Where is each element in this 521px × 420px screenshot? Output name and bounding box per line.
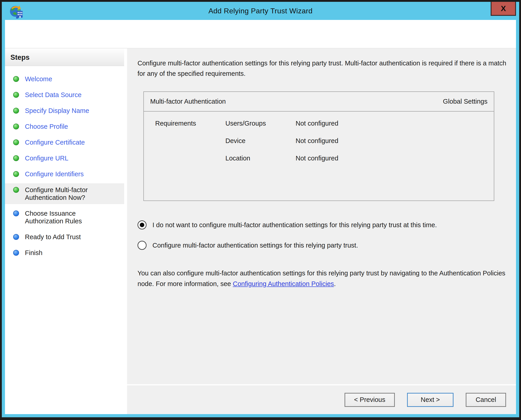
step-done-icon (13, 92, 19, 98)
requirement-value: Not configured (295, 120, 494, 127)
wizard-header-band (5, 20, 516, 48)
footnote-after: . (334, 280, 336, 287)
mfa-option-group: I do not want to configure multi-factor … (138, 220, 509, 250)
mfa-table-body: Requirements Users/Groups Not configured… (144, 112, 494, 201)
global-settings-label: Global Settings (443, 98, 488, 105)
step-done-icon (13, 155, 19, 161)
step-done-icon (13, 124, 19, 129)
wizard-dialog: Steps Welcome Select Data Source Specify… (5, 20, 516, 414)
step-done-icon (13, 139, 19, 145)
step-pending-icon (13, 210, 19, 216)
requirement-value: Not configured (295, 137, 494, 145)
sidebar-item-configure-identifiers[interactable]: Configure Identifiers (5, 167, 124, 180)
option-do-not-configure-mfa[interactable]: I do not want to configure multi-factor … (138, 220, 509, 229)
sidebar-item-configure-certificate[interactable]: Configure Certificate (5, 136, 124, 149)
sidebar-item-ready-to-add-trust: Ready to Add Trust (5, 230, 124, 243)
mfa-table-title: Multi-factor Authentication (150, 98, 226, 105)
mfa-settings-table: Multi-factor Authentication Global Setti… (143, 91, 494, 201)
close-icon: X (501, 4, 506, 13)
requirement-name: Location (226, 155, 295, 162)
spacer-cell (155, 155, 226, 162)
radio-selected-icon[interactable] (138, 220, 147, 229)
requirement-name: Device (226, 137, 295, 145)
window-title: Add Relying Party Trust Wizard (208, 7, 313, 15)
wizard-main: Steps Welcome Select Data Source Specify… (5, 48, 516, 414)
wizard-footer: < Previous Next > Cancel (127, 384, 516, 414)
requirements-label: Requirements (155, 120, 226, 127)
sidebar-item-choose-issuance-authorization-rules: Choose Issuance Authorization Rules (5, 207, 124, 228)
close-button[interactable]: X (491, 2, 516, 16)
sidebar-item-configure-mfa-now: Configure Multi-factor Authentication No… (5, 183, 124, 204)
configuring-authentication-policies-link[interactable]: Configuring Authentication Policies (233, 280, 334, 287)
steps-sidebar: Steps Welcome Select Data Source Specify… (5, 48, 124, 414)
sidebar-item-choose-profile[interactable]: Choose Profile (5, 120, 124, 133)
requirement-name: Users/Groups (226, 120, 295, 127)
step-done-icon (13, 76, 19, 82)
wizard-window: Add Relying Party Trust Wizard X Steps W… (2, 2, 519, 417)
step-done-icon (13, 108, 19, 114)
step-pending-icon (13, 250, 19, 256)
sidebar-item-configure-url[interactable]: Configure URL (5, 152, 124, 165)
option-label: I do not want to configure multi-factor … (152, 221, 437, 229)
steps-list: Welcome Select Data Source Specify Displ… (5, 72, 124, 259)
next-button[interactable]: Next > (407, 393, 453, 407)
option-label: Configure multi-factor authentication se… (152, 242, 358, 249)
content-pane: Configure multi-factor authentication se… (127, 48, 516, 414)
intro-text: Configure multi-factor authentication se… (138, 58, 509, 79)
sidebar-item-welcome[interactable]: Welcome (5, 72, 124, 86)
sidebar-item-finish: Finish (5, 246, 124, 259)
window-frame: Add Relying Party Trust Wizard X Steps W… (0, 0, 521, 420)
spacer-cell (155, 137, 226, 145)
previous-button[interactable]: < Previous (344, 393, 395, 407)
mfa-table-header: Multi-factor Authentication Global Setti… (144, 92, 494, 112)
radio-unselected-icon[interactable] (138, 241, 147, 250)
footnote-text: You can also configure multi-factor auth… (138, 268, 509, 289)
adfs-globe-icon (9, 4, 25, 20)
step-done-icon (13, 187, 19, 193)
option-configure-mfa[interactable]: Configure multi-factor authentication se… (138, 241, 509, 250)
sidebar-item-specify-display-name[interactable]: Specify Display Name (5, 104, 124, 117)
sidebar-item-select-data-source[interactable]: Select Data Source (5, 88, 124, 101)
titlebar: Add Relying Party Trust Wizard X (2, 2, 519, 20)
steps-heading: Steps (5, 48, 124, 66)
step-pending-icon (13, 234, 19, 240)
cancel-button[interactable]: Cancel (466, 393, 506, 407)
content-body: Configure multi-factor authentication se… (127, 48, 516, 384)
requirement-value: Not configured (295, 155, 494, 162)
step-done-icon (13, 171, 19, 177)
